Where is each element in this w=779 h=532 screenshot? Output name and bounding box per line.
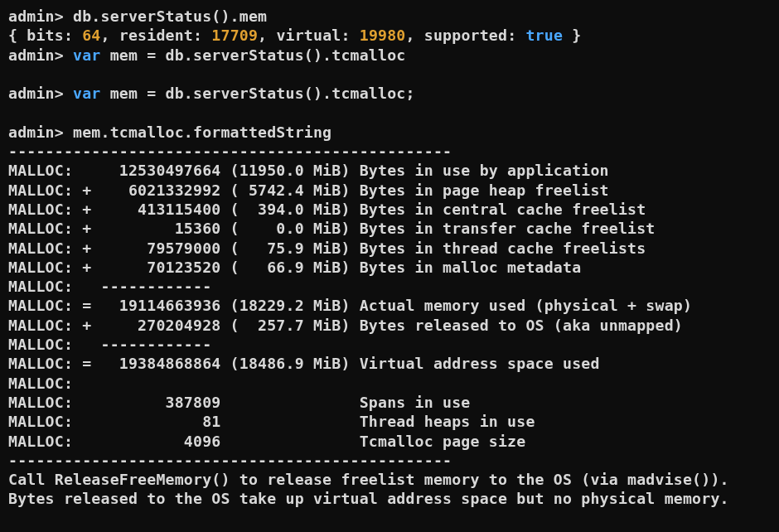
command-text: mem = db.serverStatus().tcmalloc; [101,85,415,102]
cmd-line-4: admin> mem.tcmalloc.formattedString [8,123,771,142]
malloc-row: MALLOC: + 79579000 ( 75.9 MiB) Bytes in … [8,239,771,258]
sep: , resident: [101,27,212,44]
malloc-stats: MALLOC: 387809 Spans in useMALLOC: 81 Th… [8,393,771,451]
mem-resident: 17709 [211,27,258,44]
terminal-window[interactable]: { "prompt": "admin>", "commands": { "cmd… [0,0,779,515]
prompt: admin> [8,123,64,141]
footer-line-2: Bytes released to the OS take up virtual… [8,489,771,508]
command-text: mem = db.serverStatus().tcmalloc [101,46,406,64]
malloc-stat-row: MALLOC: 387809 Spans in use [8,393,771,412]
malloc-row: MALLOC: 12530497664 (11950.0 MiB) Bytes … [8,161,771,180]
subsep: ------------ [73,278,211,295]
separator: ----------------------------------------… [8,451,771,470]
prompt: admin> [8,46,64,64]
malloc-label: MALLOC: [8,278,73,295]
malloc-row: MALLOC: = 19384868864 (18486.9 MiB) Virt… [8,354,771,373]
subsep: ------------ [73,336,211,353]
malloc-row: MALLOC: + 70123520 ( 66.9 MiB) Bytes in … [8,258,771,277]
blank-line [8,103,771,122]
mem-supported: true [525,27,563,44]
cmd-line-1: admin> db.serverStatus().mem [8,7,771,26]
command-text: db.serverStatus().mem [73,7,267,25]
malloc-stat-row: MALLOC: 4096 Tcmalloc page size [8,432,771,451]
malloc-empty: MALLOC: [8,374,771,393]
malloc-label: MALLOC: [8,375,73,392]
brace-open: { bits: [8,27,82,44]
malloc-subsep: MALLOC: ------------ [8,335,771,354]
mem-virtual: 19980 [360,27,406,44]
sep: , supported: [405,27,525,44]
malloc-row: MALLOC: + 15360 ( 0.0 MiB) Bytes in tran… [8,219,771,238]
malloc-rows-3: MALLOC: = 19384868864 (18486.9 MiB) Virt… [8,354,771,373]
blank-line [8,65,771,84]
cmd-line-2: admin> var mem = db.serverStatus().tcmal… [8,46,771,65]
brace-close: } [563,27,581,44]
mem-bits: 64 [82,27,100,44]
malloc-stat-row: MALLOC: 81 Thread heaps in use [8,412,771,431]
keyword-var: var [73,46,100,64]
malloc-label: MALLOC: [8,336,73,353]
malloc-row: MALLOC: = 19114663936 (18229.2 MiB) Actu… [8,296,771,315]
malloc-row: MALLOC: + 270204928 ( 257.7 MiB) Bytes r… [8,316,771,335]
mem-output: { bits: 64, resident: 17709, virtual: 19… [8,26,771,45]
malloc-row: MALLOC: + 413115400 ( 394.0 MiB) Bytes i… [8,200,771,219]
cmd-line-3: admin> var mem = db.serverStatus().tcmal… [8,84,771,103]
prompt: admin> [8,85,64,102]
prompt: admin> [8,7,64,25]
separator: ----------------------------------------… [8,142,771,161]
malloc-subsep: MALLOC: ------------ [8,277,771,296]
footer-line-1: Call ReleaseFreeMemory() to release free… [8,470,771,489]
command-text: mem.tcmalloc.formattedString [73,123,331,141]
malloc-rows-2: MALLOC: = 19114663936 (18229.2 MiB) Actu… [8,296,771,335]
keyword-var: var [73,85,100,102]
malloc-row: MALLOC: + 6021332992 ( 5742.4 MiB) Bytes… [8,181,771,200]
malloc-rows-1: MALLOC: 12530497664 (11950.0 MiB) Bytes … [8,161,771,277]
sep: , virtual: [258,27,360,44]
